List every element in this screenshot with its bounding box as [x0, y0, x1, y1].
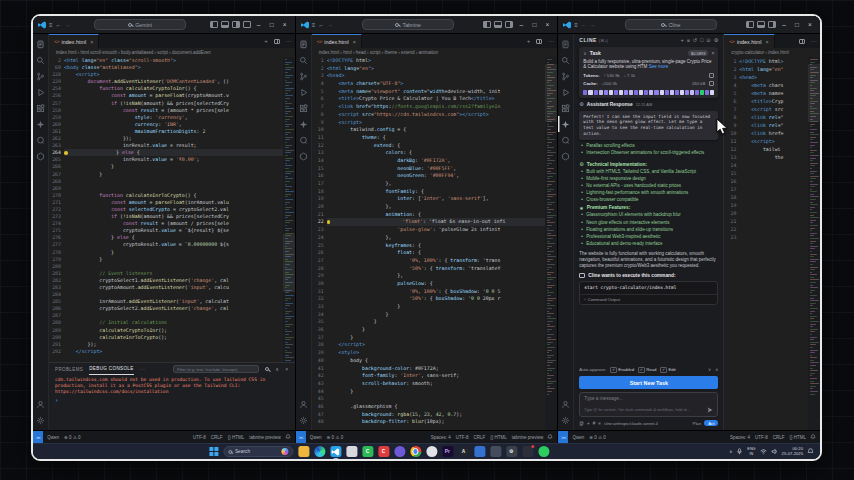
status-item[interactable]: tabnine preview — [512, 435, 544, 440]
send-icon[interactable] — [707, 407, 713, 413]
extensions-icon[interactable] — [33, 100, 48, 116]
nav-back-icon[interactable]: ← — [581, 22, 587, 28]
status-item[interactable]: {} HTML — [228, 435, 245, 440]
new-file-icon[interactable]: + — [524, 34, 534, 48]
command-center-search[interactable]: Tabnine — [362, 19, 454, 30]
console-filter-input[interactable]: Filter (e.g. text, !exclude, \escape) — [173, 365, 259, 373]
status-item[interactable]: ⊗ 0 ⚠ 0 — [327, 435, 344, 440]
notifications-bell-icon[interactable] — [810, 434, 816, 441]
collapse-caret-icon[interactable]: ∨ — [583, 51, 586, 56]
tab-close-icon[interactable]: × — [90, 39, 93, 45]
status-item[interactable]: Spaces: 4 — [730, 435, 750, 440]
nav-back-icon[interactable]: ← — [318, 22, 324, 28]
start-new-task-button[interactable]: Start New Task — [579, 376, 718, 389]
toggle-sidebar-icon[interactable] — [210, 21, 218, 28]
status-item[interactable]: UTF-8 — [755, 435, 768, 440]
trash-icon[interactable] — [709, 81, 714, 87]
toggle-secondary-sidebar-icon[interactable] — [232, 21, 240, 28]
split-editor-icon[interactable] — [271, 34, 283, 48]
maximize-button[interactable]: □ — [267, 21, 277, 28]
whatsapp-icon[interactable] — [538, 446, 549, 457]
command-center-search[interactable]: Cline — [625, 19, 717, 30]
cline-icon[interactable] — [558, 116, 573, 132]
task-close-icon[interactable]: × — [711, 50, 714, 56]
tab-index-html[interactable]: <> index.html × — [312, 34, 362, 48]
app-purple-icon[interactable] — [394, 446, 405, 457]
tabnine-icon[interactable] — [558, 148, 573, 164]
status-item[interactable]: UTF-8 — [456, 435, 469, 440]
minimap[interactable] — [808, 57, 820, 430]
status-item[interactable]: tabnine preview — [249, 435, 281, 440]
account-icon[interactable] — [296, 396, 311, 412]
nav-forward-icon[interactable]: → — [65, 22, 71, 28]
tab-debug-console[interactable]: DEBUG CONSOLE — [89, 363, 133, 375]
edge-icon[interactable] — [314, 446, 325, 457]
command-output-toggle[interactable]: ›Command Output — [580, 294, 717, 304]
settings-icon[interactable]: ⚙ — [714, 37, 719, 43]
panel-close-icon[interactable]: × — [285, 366, 288, 372]
copy-icon[interactable] — [709, 73, 714, 79]
settings-icon[interactable] — [558, 412, 573, 428]
app-c-red-icon[interactable]: C — [378, 446, 389, 457]
editor-actions-icon[interactable]: ··· — [283, 34, 295, 48]
notifications-bell-icon[interactable] — [547, 434, 553, 441]
context-icon[interactable]: @ — [579, 421, 584, 426]
chevron-down-icon[interactable]: ∨ — [708, 367, 711, 372]
status-item[interactable]: CRLF — [773, 435, 785, 440]
run-debug-icon[interactable] — [296, 84, 311, 100]
start-button[interactable] — [209, 447, 218, 456]
qwen-icon[interactable] — [296, 132, 311, 148]
notifications-bell-icon[interactable] — [285, 434, 291, 441]
notification-center-icon[interactable] — [807, 448, 814, 455]
remote-indicator[interactable]: >< — [558, 431, 568, 443]
minimap-viewport[interactable] — [808, 64, 820, 122]
settings-app-icon[interactable]: ⚙ — [506, 446, 517, 457]
toggle-panel-icon[interactable] — [494, 21, 502, 28]
settings-icon[interactable] — [33, 412, 48, 428]
maximize-button[interactable]: □ — [529, 21, 539, 28]
code-content[interactable]: <!DOCTYPE html><html lang="en"><head> <m… — [327, 57, 546, 430]
auto-approve-checkbox-enabled[interactable]: Enabled — [610, 367, 634, 374]
toggle-panel-icon[interactable] — [757, 21, 765, 28]
premiere-icon[interactable]: Pr — [442, 446, 453, 457]
nav-back-icon[interactable]: ← — [56, 22, 62, 28]
app-c-green-icon[interactable]: C — [362, 446, 373, 457]
cline-icon[interactable] — [33, 116, 48, 132]
code-content[interactable]: <html lang="en" class="scroll-smooth"><b… — [64, 57, 283, 362]
code-editor[interactable]: 1234567891011121314151617181920212223 <!… — [724, 57, 820, 430]
tab-close-icon[interactable]: × — [353, 39, 356, 45]
model-name[interactable]: cline:anthropic/claude-sonnet-4 — [604, 421, 658, 426]
menu-icon[interactable]: ≡ — [49, 22, 53, 28]
chevron-up-icon[interactable]: ∧ — [715, 367, 718, 372]
chatgpt-icon[interactable] — [426, 446, 437, 457]
account-icon[interactable]: ⊙ — [706, 37, 710, 43]
status-item[interactable]: CRLF — [474, 435, 486, 440]
menu-icon[interactable]: ≡ — [312, 22, 316, 28]
editor-actions-icon[interactable]: ··· — [545, 34, 557, 48]
vscode-icon[interactable] — [330, 446, 341, 457]
status-item[interactable]: CRLF — [211, 435, 223, 440]
server-icon[interactable]: ≡ — [598, 421, 601, 426]
app-box-icon[interactable] — [346, 446, 357, 457]
close-button[interactable]: × — [280, 21, 290, 28]
image-icon[interactable]: # — [593, 421, 596, 426]
toggle-panel-icon[interactable] — [221, 21, 229, 28]
panel-more-icon[interactable]: ··· — [140, 367, 146, 372]
code-content[interactable]: <!DOCTYPE html><html lang="en"<head> <me… — [739, 57, 808, 430]
breadcrumb[interactable]: crypto-calculator › index.html — [724, 48, 820, 57]
tray-expand-icon[interactable]: ∧ — [729, 449, 732, 454]
minimap[interactable] — [545, 57, 557, 430]
panel-search-icon[interactable] — [265, 367, 269, 371]
cline-chat-scroll[interactable]: ∨ Task $0.5893 × Build a fully responsiv… — [574, 46, 723, 365]
search-icon[interactable] — [33, 52, 48, 68]
wifi-icon[interactable] — [760, 448, 767, 455]
breadcrumb[interactable]: index.html › html.scroll-smooth › body.a… — [49, 48, 295, 57]
qwen-icon[interactable] — [558, 132, 573, 148]
explorer-icon[interactable] — [558, 36, 573, 52]
toggle-secondary-sidebar-icon[interactable] — [768, 21, 776, 28]
status-item[interactable]: Spaces: 4 — [431, 435, 451, 440]
split-editor-icon[interactable] — [796, 34, 808, 48]
source-control-icon[interactable] — [296, 68, 311, 84]
nav-forward-icon[interactable]: → — [590, 22, 596, 28]
editor-actions-icon[interactable]: ··· — [808, 34, 820, 48]
